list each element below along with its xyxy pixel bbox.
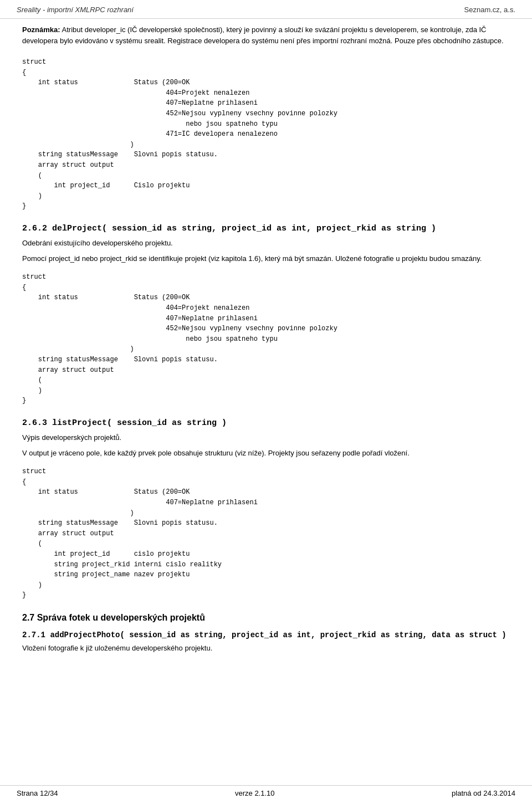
header-left: Sreality - importní XMLRPC rozhraní <box>17 6 134 14</box>
section-271-heading: 2.7.1 addProjectPhoto( session_id as str… <box>22 631 510 639</box>
page-header: Sreality - importní XMLRPC rozhraní Sezn… <box>0 0 532 19</box>
code-block-2: struct { int status Status (200=OK 404=P… <box>22 270 510 408</box>
header-right: Seznam.cz, a.s. <box>464 6 515 14</box>
footer-left: Strana 12/34 <box>17 789 58 797</box>
page-content: Poznámka: Atribut developer_ic (IČ devel… <box>0 24 532 680</box>
footer-right: platná od 24.3.2014 <box>452 789 515 797</box>
section-271-para1: Vložení fotografie k již uloženému devel… <box>22 643 510 654</box>
note-block: Poznámka: Atribut developer_ic (IČ devel… <box>22 24 510 46</box>
code-block-3: struct { int status Status (200=OK 407=N… <box>22 464 510 603</box>
section-263-para1: Výpis developerských projektů. <box>22 432 510 443</box>
section-263-para2: V output je vráceno pole, kde každý prve… <box>22 448 510 459</box>
note-label: Poznámka: <box>22 25 60 34</box>
code-block-1: struct { int status Status (200=OK 404=P… <box>22 55 510 214</box>
section-262-heading: 2.6.2 delProject( session_id as string, … <box>22 224 510 233</box>
section-27-heading: 2.7 Správa fotek u developerských projek… <box>22 613 510 623</box>
section-262-para1: Odebrání existujícího developerského pro… <box>22 238 510 249</box>
section-263-heading: 2.6.3 listProject( session_id as string … <box>22 418 510 428</box>
footer-center: verze 2.1.10 <box>235 789 275 797</box>
page-footer: Strana 12/34 verze 2.1.10 platná od 24.3… <box>0 785 532 797</box>
note-text: Atribut developer_ic (IČ developerské sp… <box>22 25 504 45</box>
section-262-para2: Pomocí project_id nebo project_rkid se i… <box>22 253 510 264</box>
